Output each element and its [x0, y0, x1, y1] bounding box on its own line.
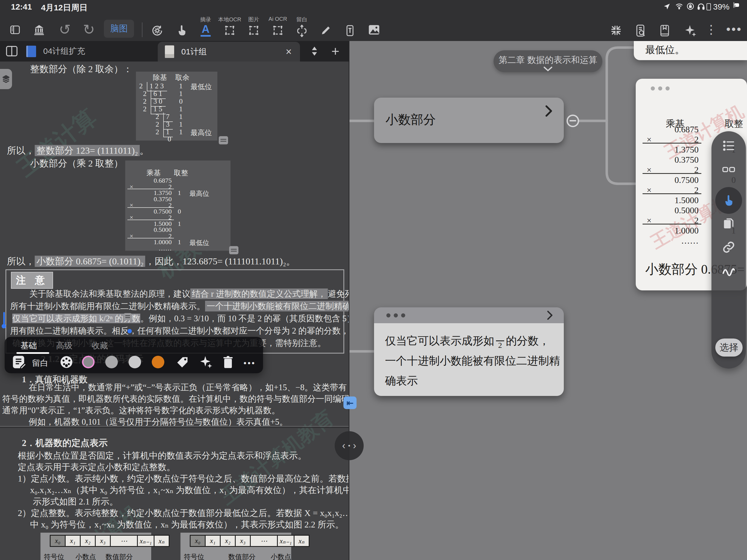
blank-space-menu-label[interactable]: 留白 — [32, 358, 48, 369]
note-card-header[interactable] — [374, 307, 564, 323]
tab-favorites[interactable]: 收藏 — [92, 340, 108, 351]
next-page-icon[interactable]: › — [353, 440, 356, 452]
more-icon[interactable]: ••• — [243, 358, 256, 368]
add-tab-button[interactable]: + — [331, 43, 339, 59]
select-button[interactable]: 选择 — [715, 338, 743, 357]
page-navigation-control[interactable]: ‹•› — [335, 431, 364, 460]
rotation-lock-icon — [686, 2, 695, 11]
split-resize-handle[interactable]: ⇤ — [343, 397, 357, 409]
sort-tabs-icon[interactable] — [308, 45, 320, 58]
paragraph-line: 示形式如图 2.1 所示。 — [33, 496, 118, 508]
selection-handle-start[interactable] — [3, 312, 5, 325]
figure-label: 符号位 — [44, 552, 64, 560]
hand-tool-icon[interactable] — [176, 24, 188, 38]
paragraph-line: x₀.x₁x₂…xₙ（其中 x₀ 为符号位，x₁~xₙ 为数值位，x₁ 为最高有… — [30, 484, 349, 496]
battery-icon — [733, 2, 735, 8]
redo-button[interactable]: ↻ — [83, 21, 95, 38]
fraction-part-heading: 小数部分（乘 2 取整）： — [30, 157, 132, 170]
bookmark-icon[interactable] — [659, 24, 670, 38]
more-options-icon[interactable]: ••• — [726, 22, 742, 36]
excerpt-badge-icon[interactable] — [219, 136, 228, 144]
division-row: 23 00 — [136, 97, 217, 105]
card-layout-icon[interactable] — [722, 164, 736, 176]
undo-button[interactable]: ↺ — [59, 21, 71, 38]
mult-line: 1.37501最高位 — [125, 189, 231, 196]
color-swatch-gray-selected[interactable] — [82, 356, 95, 368]
pen-icon[interactable] — [320, 24, 332, 37]
local-ocr-label: 本地OCR — [218, 16, 241, 23]
trash-icon[interactable] — [222, 355, 235, 370]
excerpt-highlight[interactable]: 小数部分 0.6875= (0.1011)₂ — [35, 256, 145, 267]
layers-panel-tab[interactable] — [0, 69, 12, 89]
selection-handle-dot[interactable] — [2, 324, 6, 328]
outline-list-icon[interactable] — [722, 140, 736, 153]
chapter-node[interactable]: 第二章 数据的表示和运算 — [493, 50, 602, 72]
excerpt-card-partial[interactable]: 最低位。 — [634, 41, 747, 60]
mindmap-tool-rail — [712, 131, 746, 368]
card-handle-dots[interactable] — [386, 313, 405, 317]
chevron-right-icon[interactable] — [545, 105, 552, 117]
figure-2-1: x₀x₁x₂x₃⋯xₙ₋₁xₙ 符号位 小数点 数值部分 — [41, 533, 151, 560]
active-tab-underline — [17, 352, 49, 354]
pane-divider[interactable] — [349, 41, 350, 560]
collapse-icon[interactable] — [610, 24, 622, 38]
vertical-more-icon[interactable]: ⋮ — [705, 22, 717, 36]
tab-title: 01计组 — [181, 46, 207, 57]
library-icon[interactable] — [33, 24, 45, 36]
collapse-branch-icon[interactable] — [567, 114, 579, 127]
excerpt-badge-icon[interactable] — [229, 246, 238, 254]
tag-icon[interactable] — [176, 355, 189, 370]
pdf-document-pane[interactable]: 王道计算 机教育 王道计算机教育 王道计算机 整数部分（除 2 取余）： 除基 … — [0, 61, 349, 560]
local-ocr-button[interactable] — [223, 24, 236, 38]
ai-sparkle-icon[interactable] — [684, 24, 697, 38]
text-tool-icon[interactable] — [344, 24, 356, 38]
tab-04-jizu-kuochong[interactable]: 04计组扩充 — [26, 41, 155, 61]
color-palette-icon[interactable] — [59, 355, 74, 370]
sidebar-toggle-button[interactable] — [9, 24, 21, 36]
tab-advanced[interactable]: 高级 — [56, 340, 73, 351]
figure-2-2: x₀x₁x₂x₃⋯xₙ₋₁xₙ 符号位 数值部分 小数点 — [180, 533, 291, 560]
paragraph-line: 2）定点整数。表示纯整数，约定小数点位于数值部分最低位之后。若数据 X = x₀… — [18, 507, 349, 519]
copy-cards-icon[interactable] — [722, 217, 735, 231]
sparkle-icon[interactable] — [199, 355, 213, 370]
chevron-right-icon[interactable] — [547, 311, 553, 320]
excerpt-highlight[interactable]: 整数部分 123= (1111011)₂ — [35, 145, 140, 156]
sync-gear-icon[interactable] — [151, 24, 164, 38]
card-handle-dots[interactable] — [651, 86, 670, 91]
paragraph-line: 定点表示用于表示定点小数和定点整数。 — [18, 461, 175, 473]
note-card[interactable]: 仅当它可以表示成形如2的分数， 一个十进制小数能被有限位二进制精 确表示 — [374, 307, 564, 396]
fraction-glyph: 2 — [496, 340, 504, 350]
prev-page-icon[interactable]: ‹ — [342, 440, 345, 452]
image-clip-button[interactable] — [248, 24, 260, 38]
location-icon — [663, 3, 671, 11]
close-tab-icon[interactable]: × — [286, 47, 292, 57]
selected-text[interactable]: 仅当它可以表示成形如 k/2ⁿ 的分数 — [12, 314, 140, 323]
paragraph-line: 根据小数点位置是否固定，计算机中的数值表示分为定点表示和浮点表示。 — [18, 450, 307, 462]
mult-line: ×2 — [125, 232, 231, 239]
split-view-icon[interactable] — [5, 45, 18, 58]
excerpt-tool-button[interactable]: A — [201, 23, 211, 36]
link-icon[interactable] — [722, 240, 735, 255]
figure-label: 小数点 — [75, 552, 96, 560]
mindmap-mode-button[interactable]: 脑图 — [104, 20, 134, 38]
fraction-part-node[interactable]: 小数部分 — [374, 98, 564, 143]
ai-ocr-label: Ai OCR — [268, 16, 287, 22]
note-edit-icon[interactable] — [12, 355, 27, 370]
excerpt-badge-icon[interactable] — [124, 313, 132, 320]
color-swatch-light[interactable] — [129, 356, 141, 368]
figure-label: 符号位 — [184, 552, 204, 560]
gesture-squiggle-icon[interactable] — [722, 265, 736, 278]
hand-tool-active-circle[interactable] — [715, 187, 742, 214]
color-swatch-orange[interactable] — [152, 356, 164, 368]
color-swatch-gray[interactable] — [105, 356, 118, 368]
ai-ocr-button[interactable] — [272, 24, 284, 38]
tab-01-jizu-active[interactable]: 01计组 × — [158, 42, 300, 61]
insert-image-icon[interactable] — [367, 24, 381, 36]
blank-space-button[interactable] — [295, 24, 308, 39]
selection-handle-end[interactable] — [127, 329, 132, 333]
excerpt-highlight[interactable]: 结合 r 进制数的数值定义公式理解， — [190, 288, 328, 299]
excerpt-highlight[interactable]: 一个十进制小数能被有限位二进制精确表示 — [205, 301, 349, 311]
tab-basic[interactable]: 基础 — [21, 340, 37, 351]
document-search-icon[interactable] — [634, 24, 646, 38]
image-clip-label: 图片 — [248, 16, 259, 23]
